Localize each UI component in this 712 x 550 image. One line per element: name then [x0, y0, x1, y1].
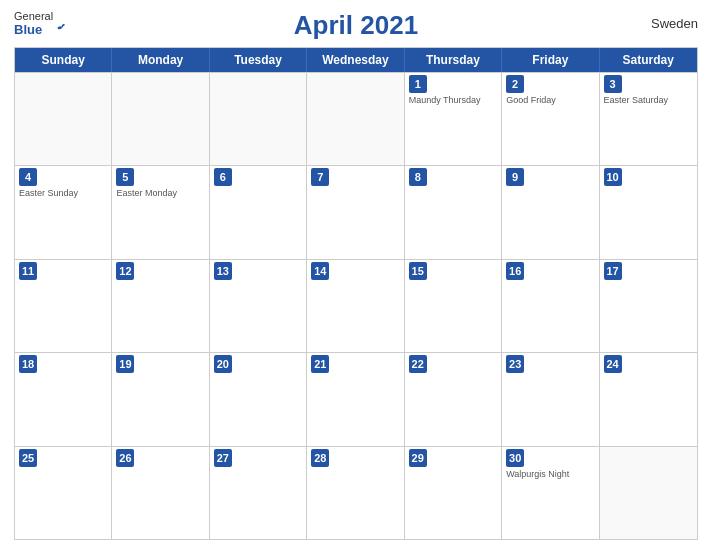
date-number: 10	[604, 168, 622, 186]
calendar-cell: 12	[112, 260, 209, 352]
calendar-cell	[600, 447, 697, 539]
date-number: 30	[506, 449, 524, 467]
date-number: 28	[311, 449, 329, 467]
calendar-cell	[210, 73, 307, 165]
date-number: 27	[214, 449, 232, 467]
calendar-cell	[112, 73, 209, 165]
date-number: 25	[19, 449, 37, 467]
logo-bird-icon	[48, 22, 66, 40]
date-number: 24	[604, 355, 622, 373]
cell-event-label: Easter Monday	[116, 188, 204, 200]
calendar-cell: 28	[307, 447, 404, 539]
calendar-week-3: 11121314151617	[15, 259, 697, 352]
calendar: SundayMondayTuesdayWednesdayThursdayFrid…	[14, 47, 698, 540]
calendar-cell: 1Maundy Thursday	[405, 73, 502, 165]
calendar-cell: 13	[210, 260, 307, 352]
date-number: 4	[19, 168, 37, 186]
calendar-cell: 8	[405, 166, 502, 258]
date-number: 18	[19, 355, 37, 373]
header-day-saturday: Saturday	[600, 48, 697, 72]
header-day-friday: Friday	[502, 48, 599, 72]
calendar-cell: 23	[502, 353, 599, 445]
date-number: 26	[116, 449, 134, 467]
calendar-header-row: SundayMondayTuesdayWednesdayThursdayFrid…	[15, 48, 697, 72]
calendar-cell: 15	[405, 260, 502, 352]
header-day-thursday: Thursday	[405, 48, 502, 72]
cell-event-label: Walpurgis Night	[506, 469, 594, 481]
header: General Blue April 2021 Sweden	[14, 10, 698, 41]
calendar-cell	[307, 73, 404, 165]
calendar-cell: 19	[112, 353, 209, 445]
calendar-cell: 5Easter Monday	[112, 166, 209, 258]
date-number: 22	[409, 355, 427, 373]
calendar-cell: 6	[210, 166, 307, 258]
date-number: 23	[506, 355, 524, 373]
calendar-cell: 21	[307, 353, 404, 445]
cell-event-label: Good Friday	[506, 95, 594, 107]
cell-event-label: Maundy Thursday	[409, 95, 497, 107]
calendar-cell: 3Easter Saturday	[600, 73, 697, 165]
calendar-cell: 17	[600, 260, 697, 352]
calendar-cell: 24	[600, 353, 697, 445]
date-number: 15	[409, 262, 427, 280]
header-day-monday: Monday	[112, 48, 209, 72]
date-number: 29	[409, 449, 427, 467]
calendar-cell: 22	[405, 353, 502, 445]
calendar-cell: 10	[600, 166, 697, 258]
date-number: 12	[116, 262, 134, 280]
date-number: 6	[214, 168, 232, 186]
date-number: 8	[409, 168, 427, 186]
logo: General Blue	[14, 10, 66, 40]
date-number: 5	[116, 168, 134, 186]
date-number: 16	[506, 262, 524, 280]
cell-event-label: Easter Saturday	[604, 95, 693, 107]
calendar-page: General Blue April 2021 Sweden SundayMon…	[0, 0, 712, 550]
calendar-cell: 16	[502, 260, 599, 352]
calendar-week-1: 1Maundy Thursday2Good Friday3Easter Satu…	[15, 72, 697, 165]
calendar-cell: 25	[15, 447, 112, 539]
calendar-cell: 20	[210, 353, 307, 445]
calendar-cell: 18	[15, 353, 112, 445]
calendar-week-4: 18192021222324	[15, 352, 697, 445]
cell-event-label: Easter Sunday	[19, 188, 107, 200]
calendar-cell: 30Walpurgis Night	[502, 447, 599, 539]
header-day-sunday: Sunday	[15, 48, 112, 72]
calendar-cell: 27	[210, 447, 307, 539]
header-day-wednesday: Wednesday	[307, 48, 404, 72]
date-number: 20	[214, 355, 232, 373]
calendar-cell: 2Good Friday	[502, 73, 599, 165]
date-number: 11	[19, 262, 37, 280]
date-number: 3	[604, 75, 622, 93]
header-day-tuesday: Tuesday	[210, 48, 307, 72]
calendar-cell: 29	[405, 447, 502, 539]
date-number: 7	[311, 168, 329, 186]
calendar-cell: 26	[112, 447, 209, 539]
calendar-cell: 4Easter Sunday	[15, 166, 112, 258]
calendar-cell: 14	[307, 260, 404, 352]
calendar-cell	[15, 73, 112, 165]
page-title: April 2021	[294, 10, 418, 41]
date-number: 2	[506, 75, 524, 93]
date-number: 1	[409, 75, 427, 93]
date-number: 21	[311, 355, 329, 373]
date-number: 13	[214, 262, 232, 280]
calendar-cell: 9	[502, 166, 599, 258]
date-number: 14	[311, 262, 329, 280]
calendar-cell: 11	[15, 260, 112, 352]
logo-blue-text: Blue	[14, 22, 66, 40]
date-number: 19	[116, 355, 134, 373]
country-label: Sweden	[651, 16, 698, 31]
calendar-week-5: 252627282930Walpurgis Night	[15, 446, 697, 539]
calendar-week-2: 4Easter Sunday5Easter Monday678910	[15, 165, 697, 258]
calendar-body: 1Maundy Thursday2Good Friday3Easter Satu…	[15, 72, 697, 539]
calendar-cell: 7	[307, 166, 404, 258]
date-number: 9	[506, 168, 524, 186]
logo-general-text: General	[14, 10, 53, 22]
date-number: 17	[604, 262, 622, 280]
